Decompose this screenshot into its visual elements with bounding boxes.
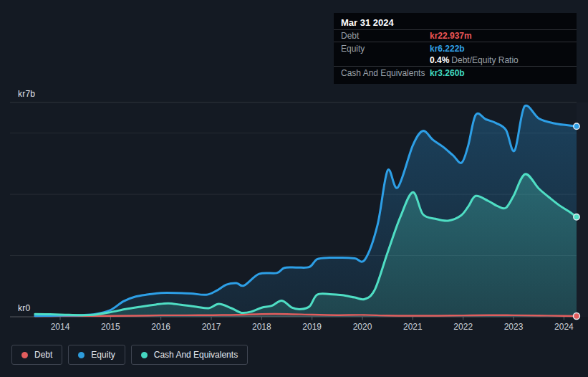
x-axis-tick-label-2015: 2015 <box>95 322 126 332</box>
x-axis-tick-label-2024: 2024 <box>548 322 579 332</box>
tooltip-equity-label: Equity <box>341 44 430 54</box>
x-axis-tick-label-2019: 2019 <box>297 322 328 332</box>
debt-equity-history-chart: kr7b kr0 2014201520162017201820192020202… <box>0 0 588 377</box>
tooltip-equity-row: Equity kr6.222b <box>334 42 577 54</box>
equity-endpoint-dot <box>574 123 579 129</box>
x-axis-tick-label-2023: 2023 <box>498 322 529 332</box>
future-period-band <box>577 102 588 317</box>
tooltip: Mar 31 2024 Debt kr22.937m Equity kr6.22… <box>334 13 577 84</box>
y-axis-label-top: kr7b <box>18 89 35 99</box>
tooltip-debt-value: kr22.937m <box>430 31 569 41</box>
legend-label-cash-and-equivalents: Cash And Equivalents <box>154 350 238 360</box>
tooltip-equity-value: kr6.222b <box>430 44 569 54</box>
legend: DebtEquityCash And Equivalents <box>11 345 248 365</box>
tooltip-date: Mar 31 2024 <box>334 13 577 30</box>
debt-series-color-dot <box>21 352 28 358</box>
x-axis-tick-label-2022: 2022 <box>448 322 479 332</box>
legend-label-debt: Debt <box>34 350 52 360</box>
tooltip-cash-row: Cash And Equivalents kr3.260b <box>334 67 577 79</box>
tooltip-cash-value: kr3.260b <box>430 68 569 78</box>
tooltip-debt-row: Debt kr22.937m <box>334 30 577 42</box>
tooltip-ratio-label: Debt/Equity Ratio <box>451 55 518 65</box>
y-axis-label-bottom: kr0 <box>18 303 30 313</box>
tooltip-ratio-value: 0.4% <box>430 55 449 65</box>
x-axis-tick-label-2017: 2017 <box>196 322 227 332</box>
tooltip-debt-label: Debt <box>341 31 430 41</box>
cash-and-equivalents-endpoint-dot <box>574 214 579 220</box>
tooltip-ratio-row: 0.4%Debt/Equity Ratio <box>334 54 577 67</box>
tooltip-cash-label: Cash And Equivalents <box>341 68 430 78</box>
tooltip-debt-equity-ratio: 0.4%Debt/Equity Ratio <box>430 55 569 65</box>
x-axis-tick-label-2014: 2014 <box>44 322 76 332</box>
legend-item-cash-and-equivalents[interactable]: Cash And Equivalents <box>131 345 248 365</box>
x-axis-tick-label-2021: 2021 <box>397 322 428 332</box>
x-axis-tick-label-2018: 2018 <box>246 322 277 332</box>
legend-label-equity: Equity <box>91 350 115 360</box>
legend-item-debt[interactable]: Debt <box>11 345 62 365</box>
x-axis-tick-label-2016: 2016 <box>145 322 177 332</box>
cash-and-equivalents-series-color-dot <box>141 352 148 358</box>
x-axis-tick-label-2020: 2020 <box>347 322 378 332</box>
equity-series-color-dot <box>78 352 85 358</box>
debt-endpoint-dot <box>573 313 579 320</box>
legend-item-equity[interactable]: Equity <box>68 345 125 365</box>
